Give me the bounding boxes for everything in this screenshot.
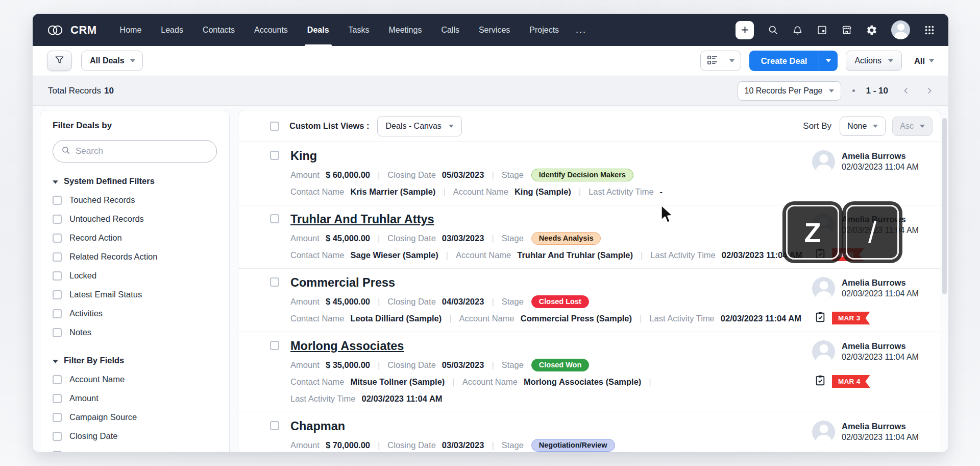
filter-checkbox[interactable] bbox=[53, 290, 62, 299]
actions-dropdown[interactable]: Actions bbox=[846, 51, 901, 71]
deal-name-link[interactable]: Chapman bbox=[290, 418, 345, 435]
deal-owner: Amelia Burrows02/03/2023 11:04 AM bbox=[812, 277, 919, 300]
records-per-page-dropdown[interactable]: 10 Records Per Page bbox=[738, 81, 841, 101]
create-deal-button[interactable]: Create Deal bbox=[749, 56, 819, 66]
search-icon[interactable] bbox=[768, 25, 778, 35]
filter-item[interactable]: Contact Name bbox=[53, 446, 217, 452]
deal-checkbox[interactable] bbox=[270, 277, 279, 287]
filter-checkbox[interactable] bbox=[53, 394, 62, 403]
apps-grid-icon[interactable] bbox=[924, 25, 935, 36]
filter-item[interactable]: Campaign Source bbox=[53, 408, 217, 427]
filter-checkbox[interactable] bbox=[53, 413, 62, 422]
filter-item[interactable]: Untouched Records bbox=[53, 209, 217, 228]
nav-item-projects[interactable]: Projects bbox=[520, 14, 569, 46]
owner-info: Amelia Burrows02/03/2023 11:04 AM bbox=[842, 277, 919, 300]
scope-dropdown[interactable]: All bbox=[914, 56, 934, 66]
filter-toggle-button[interactable] bbox=[47, 51, 72, 71]
marketplace-icon[interactable] bbox=[841, 25, 852, 35]
settings-icon[interactable] bbox=[866, 25, 877, 36]
filter-item[interactable]: Activities bbox=[53, 304, 217, 323]
filter-search-box[interactable] bbox=[53, 140, 217, 162]
next-page-button[interactable] bbox=[925, 87, 933, 95]
bell-icon[interactable] bbox=[792, 25, 803, 36]
deal-checkbox[interactable] bbox=[270, 341, 279, 350]
deal-row[interactable]: ChapmanAmount$ 70,000.00|Closing Date03/… bbox=[238, 412, 941, 452]
nav-item-accounts[interactable]: Accounts bbox=[244, 14, 298, 46]
filter-checkbox[interactable] bbox=[53, 271, 62, 281]
filter-item[interactable]: Locked bbox=[53, 266, 217, 285]
custom-list-views-label: Custom List Views : bbox=[289, 121, 369, 131]
filter-item-label: Related Records Action bbox=[69, 252, 157, 262]
filter-checkbox[interactable] bbox=[53, 328, 62, 337]
total-records-value: 10 bbox=[104, 86, 114, 96]
nav-item-deals[interactable]: Deals bbox=[298, 14, 339, 46]
nav-item-contacts[interactable]: Contacts bbox=[193, 14, 244, 46]
create-deal-menu-button[interactable] bbox=[819, 51, 838, 71]
filter-checkbox[interactable] bbox=[53, 215, 62, 224]
owner-modified-time: 02/03/2023 11:04 AM bbox=[842, 352, 919, 363]
nav-item-tasks[interactable]: Tasks bbox=[339, 14, 379, 46]
deal-checkbox[interactable] bbox=[270, 214, 279, 223]
deal-row[interactable]: Commercial PressAmount$ 45,000.00|Closin… bbox=[238, 269, 941, 332]
select-all-checkbox[interactable] bbox=[270, 122, 279, 131]
sort-by-label: Sort By bbox=[803, 121, 831, 131]
filter-checkbox[interactable] bbox=[53, 375, 62, 384]
account-value: Morlong Associates (Sample) bbox=[524, 377, 641, 387]
filter-item[interactable]: Latest Email Status bbox=[53, 285, 217, 304]
filter-item[interactable]: Closing Date bbox=[53, 427, 217, 446]
nav-item-calls[interactable]: Calls bbox=[431, 14, 469, 46]
view-selector-dropdown[interactable]: All Deals bbox=[81, 51, 143, 71]
sort-controls: Sort By None Asc bbox=[803, 116, 934, 136]
filter-section-header[interactable]: System Defined Filters bbox=[53, 176, 217, 186]
layout-style-dropdown[interactable] bbox=[700, 51, 741, 71]
nav-item-leads[interactable]: Leads bbox=[151, 14, 193, 46]
list-view-dropdown[interactable]: Deals - Canvas bbox=[377, 116, 461, 136]
filter-item[interactable]: Amount bbox=[53, 389, 217, 408]
nav-item-home[interactable]: Home bbox=[110, 14, 152, 46]
filter-checkbox[interactable] bbox=[53, 451, 62, 452]
task-clipboard-icon bbox=[815, 311, 826, 325]
deal-row[interactable]: KingAmount$ 60,000.00|Closing Date05/03/… bbox=[238, 142, 941, 205]
deal-row[interactable]: Morlong AssociatesAmount$ 35,000.00|Clos… bbox=[238, 332, 941, 412]
nav-item-meetings[interactable]: Meetings bbox=[379, 14, 431, 46]
nav-item-services[interactable]: Services bbox=[469, 14, 520, 46]
filter-checkbox[interactable] bbox=[53, 309, 62, 318]
filter-item[interactable]: Related Records Action bbox=[53, 247, 217, 266]
filter-checkbox[interactable] bbox=[53, 432, 62, 441]
previous-page-button[interactable] bbox=[902, 87, 910, 95]
filter-item[interactable]: Record Action bbox=[53, 228, 217, 247]
deal-name-link[interactable]: Commercial Press bbox=[290, 274, 395, 291]
quick-create-button[interactable] bbox=[736, 21, 754, 39]
deal-name-link[interactable]: Truhlar And Truhlar Attys bbox=[290, 211, 434, 228]
chevron-down-icon bbox=[829, 89, 834, 92]
vertical-scrollbar[interactable] bbox=[942, 118, 947, 294]
nav-more-button[interactable]: ... bbox=[569, 25, 594, 35]
deal-checkbox[interactable] bbox=[270, 421, 279, 430]
calendar-icon[interactable] bbox=[817, 25, 827, 35]
contact-label: Contact Name bbox=[290, 250, 344, 260]
chevron-down-icon bbox=[729, 59, 734, 62]
actions-label: Actions bbox=[854, 56, 881, 65]
filter-checkbox[interactable] bbox=[53, 234, 62, 243]
amount-value: $ 70,000.00 bbox=[326, 440, 370, 450]
owner-modified-time: 02/03/2023 11:04 AM bbox=[842, 432, 919, 443]
list-toolbar: All Deals bbox=[33, 46, 948, 76]
field-separator: | bbox=[640, 314, 642, 323]
owner-name: Amelia Burrows bbox=[842, 421, 919, 432]
filter-item[interactable]: Account Name bbox=[53, 370, 217, 389]
filter-checkbox[interactable] bbox=[53, 196, 62, 205]
deal-name-link[interactable]: Morlong Associates bbox=[290, 338, 404, 355]
owner-name: Amelia Burrows bbox=[842, 150, 919, 161]
sort-field-dropdown[interactable]: None bbox=[840, 116, 886, 136]
filter-item[interactable]: Notes bbox=[53, 323, 217, 342]
user-avatar[interactable] bbox=[891, 20, 910, 39]
filter-item[interactable]: Touched Records bbox=[53, 191, 217, 209]
deal-name-link[interactable]: King bbox=[290, 148, 317, 165]
filter-checkbox[interactable] bbox=[53, 252, 62, 262]
filter-search-input[interactable] bbox=[76, 146, 208, 156]
chevron-down-icon bbox=[888, 59, 893, 62]
deal-owner: Amelia Burrows02/03/2023 11:04 AM bbox=[812, 340, 919, 363]
sort-order-dropdown[interactable]: Asc bbox=[892, 116, 933, 136]
deal-checkbox[interactable] bbox=[270, 151, 279, 160]
filter-section-header[interactable]: Filter By Fields bbox=[53, 356, 217, 365]
